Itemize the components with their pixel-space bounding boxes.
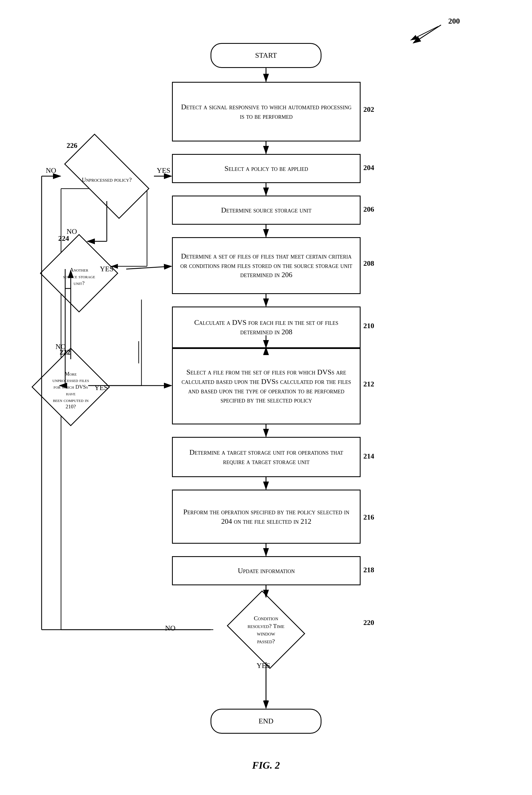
box-202: Detect a signal responsive to which auto… — [172, 82, 361, 141]
yes-226-label: YES — [157, 167, 170, 175]
flowchart-diagram: 200 START Detect a signal responsive to … — [0, 0, 532, 777]
ref-202-label: 202 — [363, 106, 374, 114]
ref-216-label: 216 — [363, 513, 374, 522]
start-box: START — [210, 43, 322, 68]
diamond-226: Unprocessed policy? — [61, 151, 153, 201]
fig-label: FIG. 2 — [252, 759, 280, 771]
yes-220-label: YES — [256, 662, 270, 670]
ref-218-label: 218 — [363, 566, 374, 574]
ref-208-label: 208 — [363, 259, 374, 268]
box-214: Determine a target storage unit for oper… — [172, 437, 361, 477]
box-208: Determine a set of files of files that m… — [172, 237, 361, 294]
no-222-label: NO — [56, 343, 66, 351]
no-220-label: NO — [165, 624, 175, 632]
box-218: Update information — [172, 556, 361, 585]
ref-210-label: 210 — [363, 322, 374, 330]
ref-214-label: 214 — [363, 452, 374, 460]
box-206: Determine source storage unit — [172, 195, 361, 225]
ref-220-label: 220 — [363, 619, 374, 627]
ref-200-label: 200 — [448, 17, 460, 25]
diamond-220: Condition resolved? Time window passed? — [183, 598, 349, 662]
ref-204-label: 204 — [363, 164, 374, 172]
end-box: END — [210, 709, 322, 734]
box-210: Calculate a DVS for each file in the set… — [172, 306, 361, 348]
ref-206-label: 206 — [363, 205, 374, 213]
no-224-label: NO — [66, 227, 77, 236]
diamond-224: Another source storage unit? — [43, 241, 115, 305]
svg-line-1 — [411, 26, 438, 40]
ref-212-label: 212 — [363, 380, 374, 389]
box-212: Select a file from the set of files for … — [172, 348, 361, 424]
ref-226-label: 226 — [66, 141, 77, 150]
yes-222-label: YES — [94, 384, 108, 392]
yes-224-label: YES — [100, 265, 113, 273]
svg-line-26 — [413, 25, 441, 43]
box-204: Select a policy to be applied — [172, 154, 361, 183]
svg-line-45 — [126, 266, 171, 269]
no-226-label: NO — [46, 167, 56, 175]
box-216: Perform the operation specified by the p… — [172, 490, 361, 544]
